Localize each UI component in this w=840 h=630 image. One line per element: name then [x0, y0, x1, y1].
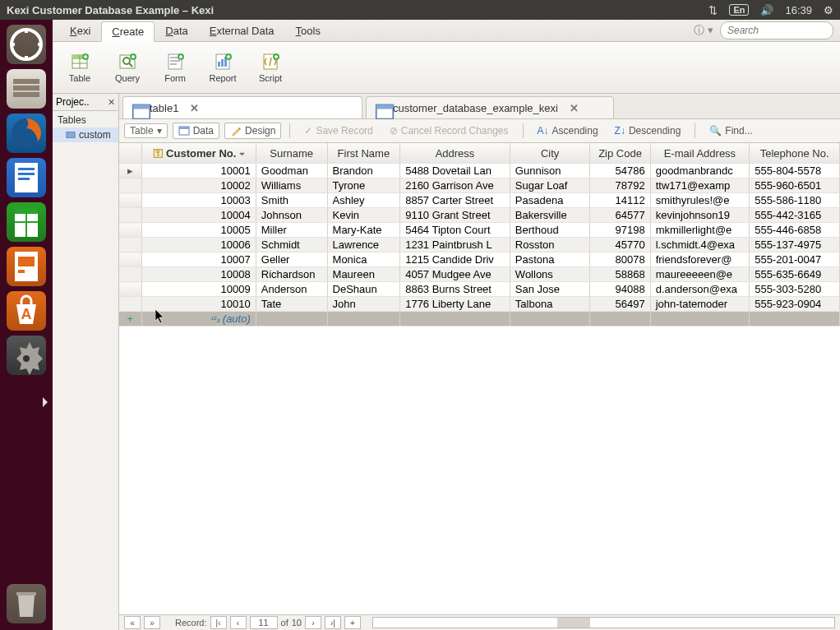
search-input[interactable] — [720, 21, 833, 39]
launcher-impress[interactable] — [7, 247, 46, 286]
empty-cell[interactable] — [510, 312, 590, 327]
cell[interactable]: 555-804-5578 — [750, 164, 840, 178]
launcher-files[interactable] — [7, 69, 46, 109]
empty-cell[interactable] — [750, 312, 840, 327]
network-icon[interactable]: ⇅ — [708, 4, 718, 16]
cell[interactable]: Talbona — [510, 297, 590, 312]
sort-ascending-button[interactable]: A↓ Ascending — [532, 123, 604, 139]
clock[interactable]: 16:39 — [785, 4, 812, 16]
cell[interactable]: 78792 — [590, 178, 650, 193]
table-row[interactable]: ▸10001GoodmanBrandon5488 Dovetail LanGun… — [119, 164, 840, 178]
row-header[interactable] — [119, 297, 141, 312]
empty-cell[interactable] — [590, 312, 650, 327]
cell[interactable]: John — [327, 297, 400, 312]
row-header[interactable] — [119, 193, 141, 208]
cell[interactable]: 1776 Liberty Lane — [400, 297, 510, 312]
cell[interactable]: Berthoud — [510, 223, 590, 238]
launcher-settings[interactable] — [7, 336, 46, 375]
cell[interactable]: 56497 — [590, 297, 650, 312]
cell[interactable]: Richardson — [256, 267, 327, 282]
table-row[interactable]: 10008RichardsonMaureen4057 Mudgee AveWol… — [119, 267, 840, 282]
cell[interactable]: 10006 — [141, 238, 256, 252]
cell[interactable]: Johnson — [256, 208, 327, 223]
next-record-button[interactable]: › — [305, 616, 321, 629]
ribbon-tab-kexi[interactable]: Kexi — [59, 21, 101, 41]
view-mode-dropdown[interactable]: Table ▾ — [124, 123, 168, 138]
cell[interactable]: 58868 — [590, 267, 650, 282]
cell[interactable]: Bakersville — [510, 208, 590, 223]
cell[interactable]: goodmanbrandc — [650, 164, 750, 178]
cell[interactable]: 4057 Mudgee Ave — [400, 267, 510, 282]
create-form-button[interactable]: Form — [155, 44, 196, 91]
cell[interactable]: ttw171@examp — [650, 178, 750, 193]
cell[interactable]: 1215 Candide Driv — [400, 252, 510, 267]
nav-item-customers[interactable]: custom — [53, 127, 118, 142]
keyboard-indicator[interactable]: En — [729, 4, 749, 16]
cell[interactable]: l.schmidt.4@exa — [650, 238, 750, 252]
design-view-button[interactable]: Design — [224, 123, 281, 139]
cell[interactable]: Monica — [327, 252, 400, 267]
table-row[interactable]: 10002WilliamsTyrone2160 Garrison AveSuga… — [119, 178, 840, 193]
cell[interactable]: Lawrence — [327, 238, 400, 252]
nav-expand-left-icon[interactable]: « — [124, 616, 141, 629]
cell[interactable]: 54786 — [590, 164, 650, 178]
table-row[interactable]: 10007GellerMonica1215 Candide DrivPaston… — [119, 252, 840, 267]
help-icon[interactable]: ⓘ ▾ — [694, 23, 713, 38]
empty-cell[interactable] — [327, 312, 400, 327]
system-gear-icon[interactable]: ⚙ — [824, 4, 833, 16]
ribbon-tab-create[interactable]: Create — [101, 21, 155, 42]
ribbon-tab-external-data[interactable]: External Data — [199, 21, 285, 41]
cell[interactable]: kevinjohnson19 — [650, 208, 750, 223]
cell[interactable]: 10010 — [141, 297, 256, 312]
cell[interactable]: Pastona — [510, 252, 590, 267]
column-header-4[interactable]: City — [510, 143, 590, 164]
cell[interactable]: 10008 — [141, 267, 256, 282]
column-header-1[interactable]: Surname — [256, 143, 327, 164]
find-button[interactable]: 🔍 Find... — [704, 123, 758, 139]
column-header-3[interactable]: Address — [400, 143, 510, 164]
cell[interactable]: Goodman — [256, 164, 327, 178]
cell[interactable]: 5488 Dovetail Lan — [400, 164, 510, 178]
launcher-firefox[interactable] — [7, 113, 46, 153]
cell[interactable]: 10002 — [141, 178, 256, 193]
cell[interactable]: Tyrone — [327, 178, 400, 193]
launcher-dash[interactable] — [7, 25, 46, 64]
cell[interactable]: 64577 — [590, 208, 650, 223]
last-record-button[interactable]: ›| — [325, 616, 341, 629]
cell[interactable]: San Jose — [510, 282, 590, 297]
cell[interactable]: Anderson — [256, 282, 327, 297]
cell[interactable]: 10005 — [141, 223, 256, 238]
cell[interactable]: 555-635-6649 — [750, 267, 840, 282]
record-number-field[interactable]: 11 — [250, 616, 278, 629]
cell[interactable]: Wollons — [510, 267, 590, 282]
new-row-indicator[interactable]: + — [119, 312, 141, 327]
table-row[interactable]: 10004JohnsonKevin9110 Grant StreetBakers… — [119, 208, 840, 223]
cell[interactable]: 555-923-0904 — [750, 297, 840, 312]
empty-cell[interactable] — [400, 312, 510, 327]
close-tab-icon[interactable]: ✕ — [190, 102, 199, 114]
nav-collapse-icon[interactable]: » — [144, 616, 160, 629]
document-tab-0[interactable]: table1✕ — [122, 96, 362, 118]
cell[interactable]: 8863 Burns Street — [400, 282, 510, 297]
table-row[interactable]: 10003SmithAshley8857 Carter StreetPasade… — [119, 193, 840, 208]
cell[interactable]: Brandon — [327, 164, 400, 178]
cell[interactable]: 97198 — [590, 223, 650, 238]
cell[interactable]: friendsforever@ — [650, 252, 750, 267]
empty-cell[interactable] — [256, 312, 327, 327]
launcher-trash[interactable] — [7, 584, 46, 623]
ribbon-tab-tools[interactable]: Tools — [285, 21, 331, 41]
cell[interactable]: 10004 — [141, 208, 256, 223]
cell[interactable]: 555-442-3165 — [750, 208, 840, 223]
row-header[interactable] — [119, 238, 141, 252]
cell[interactable]: Tate — [256, 297, 327, 312]
cell[interactable]: 14112 — [590, 193, 650, 208]
cell[interactable]: 8857 Carter Street — [400, 193, 510, 208]
empty-cell[interactable] — [650, 312, 750, 327]
row-header[interactable]: ▸ — [119, 164, 141, 178]
cell[interactable]: 1231 Paintbrush L — [400, 238, 510, 252]
cell[interactable]: 45770 — [590, 238, 650, 252]
row-header[interactable] — [119, 208, 141, 223]
cell[interactable]: Gunnison — [510, 164, 590, 178]
cell[interactable]: Maureen — [327, 267, 400, 282]
cell[interactable]: 10001 — [141, 164, 256, 178]
